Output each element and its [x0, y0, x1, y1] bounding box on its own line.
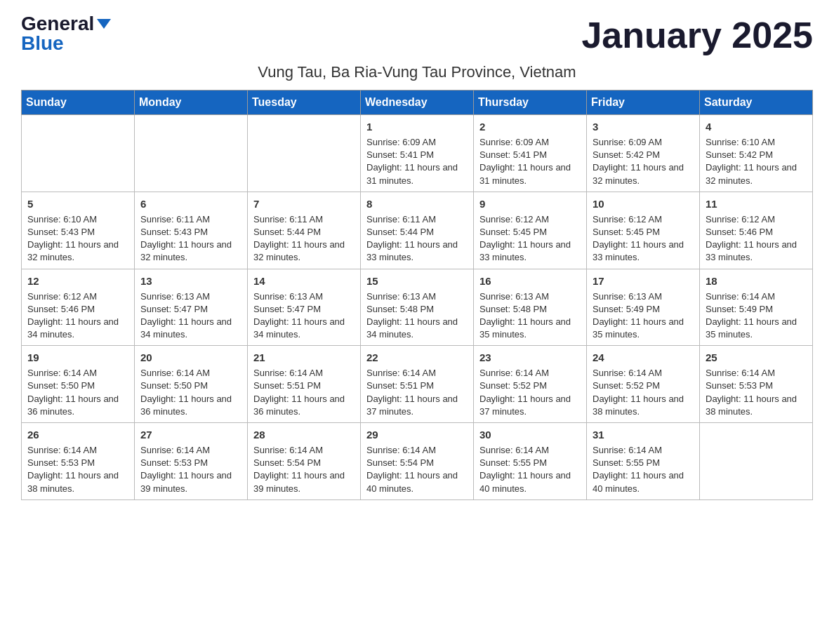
calendar-day-6: 6Sunrise: 6:11 AM Sunset: 5:43 PM Daylig… [135, 192, 248, 269]
calendar-day-7: 7Sunrise: 6:11 AM Sunset: 5:44 PM Daylig… [248, 192, 361, 269]
day-info: Sunrise: 6:14 AM Sunset: 5:50 PM Dayligh… [140, 368, 232, 417]
day-header-tuesday: Tuesday [248, 90, 361, 115]
day-number: 19 [27, 350, 128, 365]
day-info: Sunrise: 6:13 AM Sunset: 5:49 PM Dayligh… [593, 291, 684, 340]
calendar-day-8: 8Sunrise: 6:11 AM Sunset: 5:44 PM Daylig… [361, 192, 474, 269]
calendar-day-5: 5Sunrise: 6:10 AM Sunset: 5:43 PM Daylig… [22, 192, 135, 269]
day-number: 31 [593, 427, 694, 442]
day-number: 20 [140, 350, 241, 365]
calendar-empty-cell [700, 423, 813, 500]
day-info: Sunrise: 6:14 AM Sunset: 5:54 PM Dayligh… [253, 445, 345, 494]
day-number: 12 [27, 274, 128, 288]
day-number: 6 [140, 196, 241, 211]
day-info: Sunrise: 6:14 AM Sunset: 5:53 PM Dayligh… [27, 445, 119, 494]
logo-general: General [21, 14, 94, 34]
day-info: Sunrise: 6:14 AM Sunset: 5:50 PM Dayligh… [27, 368, 119, 417]
calendar-day-12: 12Sunrise: 6:12 AM Sunset: 5:46 PM Dayli… [22, 269, 135, 346]
day-info: Sunrise: 6:14 AM Sunset: 5:52 PM Dayligh… [593, 368, 684, 417]
calendar-week-row: 1Sunrise: 6:09 AM Sunset: 5:41 PM Daylig… [22, 115, 813, 192]
day-number: 11 [706, 196, 807, 211]
logo: General Blue [21, 14, 111, 53]
day-info: Sunrise: 6:12 AM Sunset: 5:45 PM Dayligh… [593, 214, 684, 263]
day-number: 4 [706, 119, 807, 134]
day-info: Sunrise: 6:14 AM Sunset: 5:55 PM Dayligh… [593, 445, 684, 494]
day-info: Sunrise: 6:14 AM Sunset: 5:49 PM Dayligh… [706, 291, 797, 340]
calendar-day-25: 25Sunrise: 6:14 AM Sunset: 5:53 PM Dayli… [700, 346, 813, 423]
day-number: 17 [593, 274, 694, 288]
day-info: Sunrise: 6:11 AM Sunset: 5:44 PM Dayligh… [366, 214, 458, 263]
calendar-week-row: 12Sunrise: 6:12 AM Sunset: 5:46 PM Dayli… [22, 269, 813, 346]
calendar-day-14: 14Sunrise: 6:13 AM Sunset: 5:47 PM Dayli… [248, 269, 361, 346]
location-subtitle: Vung Tau, Ba Ria-Vung Tau Province, Viet… [21, 63, 813, 81]
calendar-day-23: 23Sunrise: 6:14 AM Sunset: 5:52 PM Dayli… [474, 346, 587, 423]
calendar-day-28: 28Sunrise: 6:14 AM Sunset: 5:54 PM Dayli… [248, 423, 361, 500]
day-info: Sunrise: 6:13 AM Sunset: 5:47 PM Dayligh… [253, 291, 345, 340]
day-number: 5 [27, 196, 128, 211]
day-info: Sunrise: 6:12 AM Sunset: 5:45 PM Dayligh… [479, 214, 571, 263]
day-info: Sunrise: 6:10 AM Sunset: 5:42 PM Dayligh… [706, 137, 797, 186]
calendar-day-11: 11Sunrise: 6:12 AM Sunset: 5:46 PM Dayli… [700, 192, 813, 269]
day-number: 13 [140, 274, 241, 288]
day-header-thursday: Thursday [474, 90, 587, 115]
day-number: 10 [593, 196, 694, 211]
page-header: General Blue January 2025 [21, 14, 813, 56]
calendar-week-row: 26Sunrise: 6:14 AM Sunset: 5:53 PM Dayli… [22, 423, 813, 500]
day-number: 2 [479, 119, 581, 134]
calendar-day-1: 1Sunrise: 6:09 AM Sunset: 5:41 PM Daylig… [361, 115, 474, 192]
day-number: 7 [253, 196, 355, 211]
day-number: 15 [366, 274, 468, 288]
day-info: Sunrise: 6:11 AM Sunset: 5:43 PM Dayligh… [140, 214, 232, 263]
calendar-day-4: 4Sunrise: 6:10 AM Sunset: 5:42 PM Daylig… [700, 115, 813, 192]
day-number: 27 [140, 427, 241, 442]
day-info: Sunrise: 6:14 AM Sunset: 5:53 PM Dayligh… [706, 368, 797, 417]
day-number: 24 [593, 350, 694, 365]
logo-triangle-icon [97, 19, 111, 29]
day-info: Sunrise: 6:14 AM Sunset: 5:52 PM Dayligh… [479, 368, 571, 417]
calendar-day-30: 30Sunrise: 6:14 AM Sunset: 5:55 PM Dayli… [474, 423, 587, 500]
calendar-day-15: 15Sunrise: 6:13 AM Sunset: 5:48 PM Dayli… [361, 269, 474, 346]
day-info: Sunrise: 6:09 AM Sunset: 5:41 PM Dayligh… [366, 137, 458, 186]
day-info: Sunrise: 6:14 AM Sunset: 5:55 PM Dayligh… [479, 445, 571, 494]
day-info: Sunrise: 6:13 AM Sunset: 5:48 PM Dayligh… [479, 291, 571, 340]
calendar-day-2: 2Sunrise: 6:09 AM Sunset: 5:41 PM Daylig… [474, 115, 587, 192]
calendar-day-16: 16Sunrise: 6:13 AM Sunset: 5:48 PM Dayli… [474, 269, 587, 346]
calendar-day-10: 10Sunrise: 6:12 AM Sunset: 5:45 PM Dayli… [587, 192, 700, 269]
calendar-day-13: 13Sunrise: 6:13 AM Sunset: 5:47 PM Dayli… [135, 269, 248, 346]
day-info: Sunrise: 6:09 AM Sunset: 5:41 PM Dayligh… [479, 137, 571, 186]
day-number: 26 [27, 427, 128, 442]
day-number: 18 [706, 274, 807, 288]
calendar-table: SundayMondayTuesdayWednesdayThursdayFrid… [21, 90, 813, 500]
calendar-day-18: 18Sunrise: 6:14 AM Sunset: 5:49 PM Dayli… [700, 269, 813, 346]
day-info: Sunrise: 6:10 AM Sunset: 5:43 PM Dayligh… [27, 214, 119, 263]
calendar-day-24: 24Sunrise: 6:14 AM Sunset: 5:52 PM Dayli… [587, 346, 700, 423]
day-info: Sunrise: 6:14 AM Sunset: 5:51 PM Dayligh… [366, 368, 458, 417]
day-info: Sunrise: 6:11 AM Sunset: 5:44 PM Dayligh… [253, 214, 345, 263]
calendar-week-row: 19Sunrise: 6:14 AM Sunset: 5:50 PM Dayli… [22, 346, 813, 423]
day-number: 22 [366, 350, 468, 365]
day-number: 29 [366, 427, 468, 442]
day-info: Sunrise: 6:14 AM Sunset: 5:54 PM Dayligh… [366, 445, 458, 494]
calendar-week-row: 5Sunrise: 6:10 AM Sunset: 5:43 PM Daylig… [22, 192, 813, 269]
day-number: 25 [706, 350, 807, 365]
calendar-day-22: 22Sunrise: 6:14 AM Sunset: 5:51 PM Dayli… [361, 346, 474, 423]
day-number: 21 [253, 350, 355, 365]
day-number: 1 [366, 119, 468, 134]
calendar-day-3: 3Sunrise: 6:09 AM Sunset: 5:42 PM Daylig… [587, 115, 700, 192]
day-number: 9 [479, 196, 581, 211]
day-header-wednesday: Wednesday [361, 90, 474, 115]
day-header-sunday: Sunday [22, 90, 135, 115]
day-info: Sunrise: 6:14 AM Sunset: 5:51 PM Dayligh… [253, 368, 345, 417]
day-info: Sunrise: 6:14 AM Sunset: 5:53 PM Dayligh… [140, 445, 232, 494]
calendar-day-31: 31Sunrise: 6:14 AM Sunset: 5:55 PM Dayli… [587, 423, 700, 500]
calendar-day-27: 27Sunrise: 6:14 AM Sunset: 5:53 PM Dayli… [135, 423, 248, 500]
day-number: 8 [366, 196, 468, 211]
logo-blue: Blue [21, 34, 64, 53]
day-number: 23 [479, 350, 581, 365]
day-info: Sunrise: 6:12 AM Sunset: 5:46 PM Dayligh… [27, 291, 119, 340]
day-info: Sunrise: 6:09 AM Sunset: 5:42 PM Dayligh… [593, 137, 684, 186]
day-info: Sunrise: 6:13 AM Sunset: 5:48 PM Dayligh… [366, 291, 458, 340]
calendar-day-19: 19Sunrise: 6:14 AM Sunset: 5:50 PM Dayli… [22, 346, 135, 423]
day-header-monday: Monday [135, 90, 248, 115]
calendar-day-29: 29Sunrise: 6:14 AM Sunset: 5:54 PM Dayli… [361, 423, 474, 500]
month-title: January 2025 [581, 14, 813, 56]
